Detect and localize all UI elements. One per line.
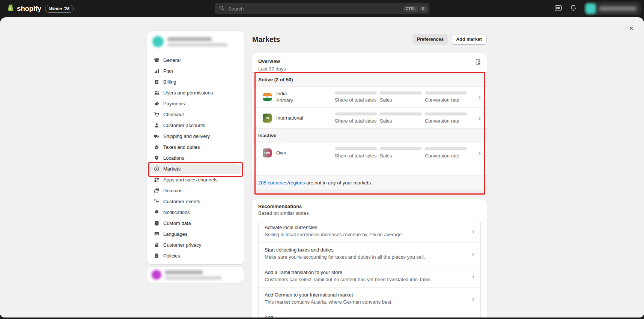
sidebar-item-users-permissions[interactable]: Users and permissions [150,87,241,98]
users-icon [154,90,159,96]
sidebar-item-customer-privacy[interactable]: Customer privacy [150,240,241,250]
sidebar-item-policies[interactable]: Policies [150,250,241,261]
add-market-button[interactable]: Add market [451,34,487,45]
sidebar-item-custom-data[interactable]: Custom data [150,218,241,229]
policy-doc-icon [154,253,159,259]
metric-bar [335,91,377,94]
secondary-account-card[interactable] [147,267,244,283]
recommendation-tamil-translation[interactable]: Add a Tamil translation to your store Cu… [259,265,480,287]
svg-text:%: % [156,146,158,149]
recommendation-add-german[interactable]: Add German to your International market … [259,287,480,310]
chevron-right-icon: › [472,295,474,302]
settings-nav: General Plan $ Billing Users and permiss… [147,52,244,261]
market-row-international[interactable]: IN International Share of total sales Sa… [252,107,487,128]
lock-icon [154,242,159,248]
recommendation-collect-taxes-duties[interactable]: Start collecting taxes and duties Make s… [259,242,480,265]
svg-text:$: $ [156,168,158,171]
sidebar-item-plan[interactable]: Plan [150,66,241,76]
shopify-bag-icon: s [6,3,14,14]
page-title: Markets [252,35,280,44]
sidebar-item-taxes-duties[interactable]: % Taxes and duties [150,142,241,153]
secondary-account-avatar [152,270,161,280]
apps-grid-icon [154,177,159,183]
report-search-icon[interactable] [475,58,481,67]
metric-bar [335,147,377,150]
india-flag-icon [263,93,272,101]
overview-card: Overview Last 30 days Active (2 of 50) I… [252,53,487,190]
truck-icon [154,133,159,139]
sidebar-item-shipping-delivery[interactable]: Shipping and delivery [150,131,241,142]
notifications-bell-icon[interactable] [570,4,577,13]
overview-title: Overview [258,58,481,64]
cart-icon [154,112,159,117]
sidebar-item-general[interactable]: General [150,55,241,66]
sidebar-item-domains[interactable]: Domains [150,185,241,196]
sidebar-item-markets[interactable]: $ Markets [150,163,241,174]
search-input[interactable] [227,6,402,12]
svg-text:s: s [9,6,11,10]
sidebar-item-apps-sales-channels[interactable]: Apps and sales channels [150,174,241,185]
market-row-india[interactable]: India Primary Share of total sales Sales… [252,87,487,107]
countries-regions-link[interactable]: 205 countries/regions [258,180,305,186]
overview-subtitle: Last 30 days [258,66,481,72]
close-icon[interactable]: ✕ [627,24,636,33]
metric-bar [425,147,467,150]
sidebar-item-billing[interactable]: $ Billing [150,76,241,87]
global-search[interactable]: CTRL K [215,3,429,14]
chevron-right-icon: › [478,149,481,156]
tax-bag-icon: % [154,144,159,150]
account-menu[interactable] [584,2,641,15]
countries-footer: 205 countries/regions are not in any of … [252,175,487,190]
settings-sidebar: General Plan $ Billing Users and permiss… [147,31,244,264]
person-icon [154,123,159,128]
bell-icon [154,210,159,215]
chevron-right-icon: › [472,228,474,235]
billing-icon: $ [154,79,159,85]
store-icon [154,57,159,63]
account-avatar [585,3,596,14]
shopify-logo[interactable]: s shopify [6,3,41,14]
metric-bar [380,91,422,94]
metric-bar [425,112,467,115]
shortcut-k-key: K [420,6,427,12]
recommendation-partial-clipped[interactable]: Add ... [259,310,480,318]
market-name: Own [276,150,335,156]
database-icon [154,220,159,226]
settings-modal: ✕ General Plan $ Billing [0,17,644,318]
brand-wordmark: shopify [17,4,41,13]
topbar: s shopify Winter '25 CTRL K [0,0,644,17]
metric-bar [380,112,422,115]
cursor-spark-icon [154,199,159,204]
markets-globe-icon: $ [154,166,159,172]
payments-icon [154,101,159,106]
account-name-redacted [599,6,636,11]
chevron-right-icon: › [478,114,481,121]
version-badge: Winter '25 [45,5,74,13]
market-name: International [276,115,335,121]
metric-bar [425,91,467,94]
svg-text:Aa: Aa [155,232,158,235]
sidebar-item-customer-events[interactable]: Customer events [150,196,241,207]
chevron-right-icon: › [472,250,474,257]
store-header[interactable] [147,31,244,52]
sidebar-item-customer-accounts[interactable]: Customer accounts [150,120,241,131]
recommendations-subtitle: Based on similar stores [258,210,481,216]
sidebar-item-locations[interactable]: Locations [150,153,241,163]
market-row-own[interactable]: OW Own Share of total sales Sales Conver… [252,142,487,163]
metric-bar [335,112,377,115]
location-pin-icon [154,155,159,161]
sidebar-item-notifications[interactable]: Notifications [150,207,241,218]
translate-icon: Aa [154,231,159,237]
countries-footer-text: are not in any of your markets. [305,180,372,186]
recommendation-activate-local-currencies[interactable]: Activate local currencies Selling in loc… [259,220,480,242]
active-section-header: Active (2 of 50) [252,72,487,87]
sidebar-item-checkout[interactable]: Checkout [150,109,241,120]
chevron-right-icon: › [478,93,481,100]
secondary-account-redacted [165,270,221,280]
sidebar-item-languages[interactable]: Aa Languages [150,229,241,240]
preferences-button[interactable]: Preferences [412,34,448,45]
store-avatar [152,36,164,47]
domains-icon [154,188,159,193]
sidekick-icon[interactable] [554,4,562,13]
sidebar-item-payments[interactable]: Payments [150,98,241,109]
